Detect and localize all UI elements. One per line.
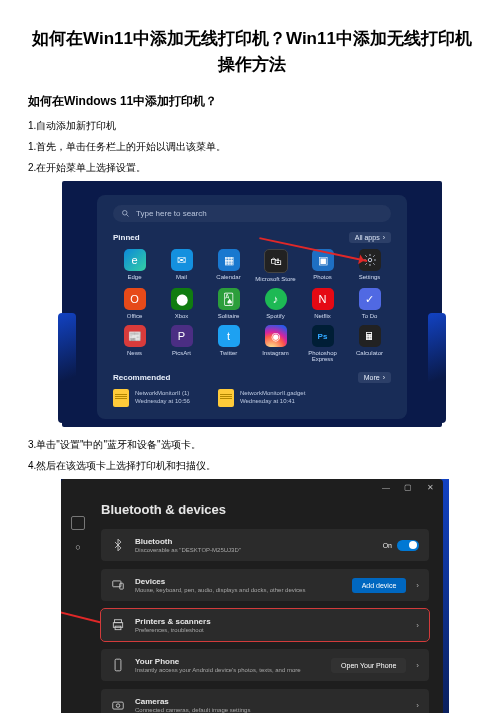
search-input[interactable]: Type here to search xyxy=(113,205,391,222)
tile-twitter[interactable]: tTwitter xyxy=(207,325,250,362)
bluetooth-toggle[interactable]: On xyxy=(383,540,419,551)
document-icon xyxy=(218,389,234,407)
tile-spotify[interactable]: ♪Spotify xyxy=(254,288,297,319)
tile-settings[interactable]: Settings xyxy=(348,249,391,282)
phone-icon xyxy=(111,658,125,672)
toggle-label: On xyxy=(383,542,392,549)
add-device-button[interactable]: Add device xyxy=(352,578,407,593)
tile-label: Microsoft Store xyxy=(255,276,295,282)
start-menu-screenshot: Type here to search Pinned All apps › eE… xyxy=(62,181,442,427)
open-phone-button[interactable]: Open Your Phone xyxy=(331,658,406,673)
tile-edge[interactable]: eEdge xyxy=(113,249,156,282)
tile-label: Spotify xyxy=(266,313,284,319)
card-title: Printers & scanners xyxy=(135,617,406,626)
tile-label: Settings xyxy=(359,274,381,280)
rec-title: NetworkMonitorII.gadget xyxy=(240,390,305,398)
tile-instagram[interactable]: ◉Instagram xyxy=(254,325,297,362)
page-title: 如何在Win11中添加无线打印机？Win11中添加无线打印机操作方法 xyxy=(28,26,476,77)
settings-sidebar: ○ xyxy=(61,496,95,713)
printers-scanners-card[interactable]: Printers & scannersPreferences, troubles… xyxy=(101,609,429,641)
minimize-button[interactable]: — xyxy=(381,483,391,492)
chevron-right-icon: › xyxy=(416,661,419,670)
tile-store[interactable]: 🛍Microsoft Store xyxy=(254,249,297,282)
tile-netflix[interactable]: NNetflix xyxy=(301,288,344,319)
devices-card[interactable]: DevicesMouse, keyboard, pen, audio, disp… xyxy=(101,569,429,601)
twitter-icon: t xyxy=(218,325,240,347)
tile-label: Netflix xyxy=(314,313,331,319)
tile-calendar[interactable]: ▦Calendar xyxy=(207,249,250,282)
edge-icon: e xyxy=(124,249,146,271)
tile-label: Instagram xyxy=(262,350,289,356)
step-text: 3.单击"设置"中的"蓝牙和设备"选项卡。 xyxy=(28,437,476,452)
tile-mail[interactable]: ✉Mail xyxy=(160,249,203,282)
pinned-grid: eEdge ✉Mail ▦Calendar 🛍Microsoft Store ▣… xyxy=(113,249,391,362)
tile-solitaire[interactable]: 🂡Solitaire xyxy=(207,288,250,319)
tile-xbox[interactable]: ⬤Xbox xyxy=(160,288,203,319)
card-subtitle: Mouse, keyboard, pen, audio, displays an… xyxy=(135,587,342,593)
chevron-right-icon: › xyxy=(416,621,419,630)
sidebar-item[interactable]: ○ xyxy=(75,542,80,552)
tile-office[interactable]: OOffice xyxy=(113,288,156,319)
tile-label: Office xyxy=(127,313,143,319)
tile-news[interactable]: 📰News xyxy=(113,325,156,362)
calendar-icon: ▦ xyxy=(218,249,240,271)
search-icon xyxy=(121,209,130,218)
maximize-button[interactable]: ▢ xyxy=(403,483,413,492)
calculator-icon: 🖩 xyxy=(359,325,381,347)
tile-todo[interactable]: ✓To Do xyxy=(348,288,391,319)
recommended-item[interactable]: NetworkMonitorII (1) Wednesday at 10:56 xyxy=(113,389,190,407)
tile-label: News xyxy=(127,350,142,356)
close-button[interactable]: ✕ xyxy=(425,483,435,492)
tile-label: Edge xyxy=(127,274,141,280)
tile-label: Photos xyxy=(313,274,332,280)
card-subtitle: Discoverable as "DESKTOP-M25UJ3D" xyxy=(135,547,373,553)
window-titlebar: — ▢ ✕ xyxy=(61,479,443,496)
svg-point-10 xyxy=(116,704,120,708)
tile-label: Mail xyxy=(176,274,187,280)
news-icon: 📰 xyxy=(124,325,146,347)
svg-line-1 xyxy=(126,214,128,216)
svg-rect-8 xyxy=(115,659,121,671)
your-phone-card[interactable]: Your PhoneInstantly access your Android … xyxy=(101,649,429,681)
chevron-right-icon: › xyxy=(416,581,419,590)
card-title: Devices xyxy=(135,577,342,586)
printer-icon xyxy=(111,618,125,632)
rec-title: NetworkMonitorII (1) xyxy=(135,390,190,398)
store-icon: 🛍 xyxy=(264,249,288,273)
svg-point-0 xyxy=(123,211,128,216)
svg-rect-4 xyxy=(120,583,124,589)
photoshop-icon: Ps xyxy=(312,325,334,347)
svg-rect-9 xyxy=(113,702,124,709)
step-text: 1.首先，单击任务栏上的开始以调出该菜单。 xyxy=(28,139,476,154)
tile-photoshop[interactable]: PsPhotoshop Express xyxy=(301,325,344,362)
camera-icon xyxy=(111,698,125,712)
xbox-icon: ⬤ xyxy=(171,288,193,310)
document-icon xyxy=(113,389,129,407)
all-apps-button[interactable]: All apps › xyxy=(349,232,391,243)
card-title: Your Phone xyxy=(135,657,321,666)
more-button[interactable]: More › xyxy=(358,372,391,383)
pinned-label: Pinned xyxy=(113,233,140,242)
tile-calculator[interactable]: 🖩Calculator xyxy=(348,325,391,362)
tile-label: Calculator xyxy=(356,350,383,356)
tile-label: To Do xyxy=(362,313,378,319)
all-apps-label: All apps xyxy=(355,234,380,241)
card-title: Bluetooth xyxy=(135,537,373,546)
tile-label: Photoshop Express xyxy=(301,350,344,362)
section-heading: 如何在Windows 11中添加打印机？ xyxy=(28,93,476,110)
bluetooth-card[interactable]: BluetoothDiscoverable as "DESKTOP-M25UJ3… xyxy=(101,529,429,561)
tile-picsart[interactable]: PPicsArt xyxy=(160,325,203,362)
chevron-right-icon: › xyxy=(416,701,419,710)
bluetooth-icon xyxy=(111,538,125,552)
settings-screenshot: — ▢ ✕ ○ Bluetooth & devices BluetoothDis… xyxy=(61,479,443,713)
more-label: More xyxy=(364,374,380,381)
cameras-card[interactable]: CamerasConnected cameras, default image … xyxy=(101,689,429,713)
card-subtitle: Preferences, troubleshoot xyxy=(135,627,406,633)
rec-subtitle: Wednesday at 10:56 xyxy=(135,398,190,406)
chevron-right-icon: › xyxy=(383,374,385,381)
recommended-item[interactable]: NetworkMonitorII.gadget Wednesday at 10:… xyxy=(218,389,305,407)
tile-label: Xbox xyxy=(175,313,189,319)
search-placeholder: Type here to search xyxy=(136,209,207,218)
sidebar-item[interactable] xyxy=(71,516,85,530)
instagram-icon: ◉ xyxy=(265,325,287,347)
